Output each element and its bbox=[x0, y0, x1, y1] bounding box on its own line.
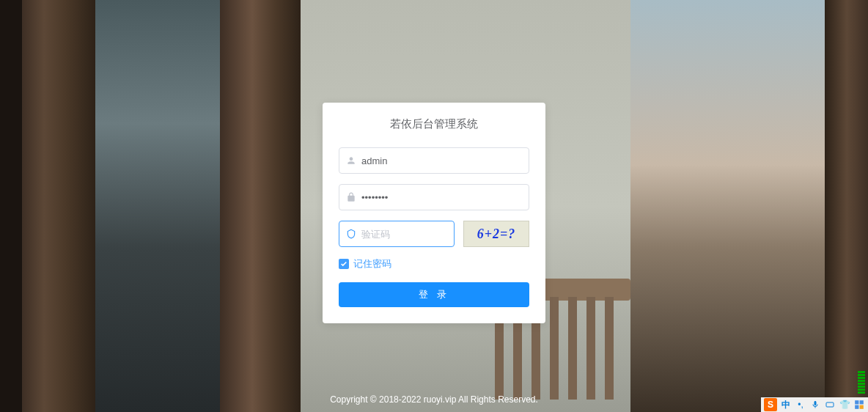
shield-icon bbox=[346, 229, 356, 239]
bg-decor bbox=[220, 0, 301, 412]
user-icon bbox=[346, 155, 356, 166]
remember-row: 记住密码 bbox=[339, 257, 529, 271]
username-input[interactable] bbox=[339, 147, 529, 174]
username-wrapper bbox=[339, 147, 529, 174]
bg-decor bbox=[0, 0, 22, 412]
ime-keyboard-icon[interactable] bbox=[824, 399, 836, 411]
captcha-text: 6+2=? bbox=[477, 227, 516, 242]
ime-taskbar: S 中 •, 👕 bbox=[761, 397, 868, 412]
svg-rect-2 bbox=[860, 400, 864, 404]
remember-label[interactable]: 记住密码 bbox=[353, 257, 391, 271]
captcha-row: 6+2=? bbox=[339, 221, 529, 247]
bg-decor bbox=[22, 0, 95, 412]
captcha-wrapper bbox=[339, 221, 455, 247]
svg-rect-0 bbox=[826, 402, 834, 407]
password-input[interactable] bbox=[339, 184, 529, 210]
remember-checkbox[interactable] bbox=[339, 259, 349, 269]
footer-copyright: Copyright © 2018-2022 ruoyi.vip All Righ… bbox=[0, 394, 868, 405]
login-card: 若依后台管理系统 6+2=? 记住密码 登 录 bbox=[323, 103, 545, 323]
ime-punct-icon[interactable]: •, bbox=[795, 399, 806, 411]
captcha-image[interactable]: 6+2=? bbox=[463, 221, 529, 247]
ime-lang-indicator[interactable]: 中 bbox=[780, 399, 792, 411]
svg-rect-1 bbox=[855, 400, 858, 404]
sogou-ime-icon[interactable]: S bbox=[764, 398, 777, 411]
login-button[interactable]: 登 录 bbox=[339, 282, 529, 307]
svg-rect-3 bbox=[855, 405, 858, 409]
audio-meter-icon bbox=[858, 350, 865, 394]
ime-toolbox-icon[interactable] bbox=[853, 399, 865, 411]
login-title: 若依后台管理系统 bbox=[339, 117, 529, 131]
ime-skin-icon[interactable]: 👕 bbox=[839, 399, 850, 411]
lock-icon bbox=[346, 192, 356, 202]
bg-decor bbox=[95, 0, 220, 412]
svg-rect-4 bbox=[860, 405, 864, 409]
password-wrapper bbox=[339, 184, 529, 210]
ime-mic-icon[interactable] bbox=[809, 399, 821, 411]
